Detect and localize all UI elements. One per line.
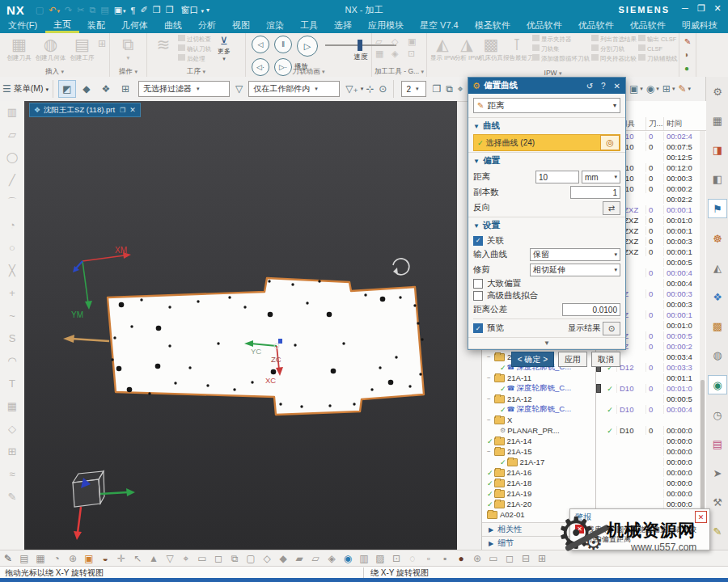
undo-icon[interactable]: ↶▾ — [49, 5, 60, 15]
brush-icon[interactable]: ✎ — [678, 83, 686, 95]
dark-bowl-icon[interactable]: ● — [453, 553, 469, 564]
menu-tab-12[interactable]: 模圣软件 — [467, 19, 518, 33]
play-backward-button[interactable]: ◁ — [252, 36, 269, 53]
find-object-icon[interactable]: ▣ — [629, 83, 638, 95]
dialog-help-icon[interactable]: ? — [601, 82, 606, 91]
analyze-ipw-button[interactable]: ◮分析 IPW — [455, 35, 479, 62]
navigator-row-27[interactable]: −X — [482, 415, 706, 425]
navigator-row-32[interactable]: ✓21A-1600:00:0 — [482, 467, 706, 478]
pause-button[interactable]: ‖ — [274, 36, 292, 53]
selection-filter-dropdown[interactable]: 无选择过滤器▾ — [138, 81, 230, 97]
minus-box-icon[interactable]: ⊟ — [518, 553, 534, 564]
asterisk-icon[interactable]: ⊛ — [469, 553, 485, 564]
target-icon[interactable]: ⌖ — [178, 553, 194, 564]
web-browser-icon[interactable]: ◉ — [708, 375, 727, 394]
orange-doc-icon[interactable]: ▣ — [81, 553, 97, 564]
ipw-col2-item1[interactable]: 列出首选结果 — [591, 35, 637, 44]
trim-dropdown[interactable]: 相切延伸▾ — [530, 264, 620, 276]
postprocess-item[interactable]: 后处理 — [178, 54, 211, 64]
navigator-row-30[interactable]: −21A-1500:00:0 — [482, 446, 706, 457]
ok-button[interactable]: < 确定 > — [511, 352, 554, 367]
menu-tab-16[interactable]: 明威科技 — [674, 19, 726, 33]
plus-box-icon[interactable]: ⊞ — [534, 553, 550, 564]
arc-2-icon[interactable]: ◠ — [7, 350, 16, 373]
generate-toolpath-button[interactable]: ≋ — [150, 35, 176, 54]
part-navigator-icon[interactable]: ◧ — [709, 170, 726, 188]
ipw-col2-item3[interactable]: 同夹持器比较 — [591, 54, 637, 64]
save-icon[interactable]: ▢ — [36, 5, 44, 15]
menu-tab-13[interactable]: 优品软件 — [518, 19, 570, 33]
menu-tab-6[interactable]: 视图 — [224, 19, 258, 33]
offset-type-dropdown[interactable]: ✎ 距离 ▾ — [473, 98, 620, 113]
menu-tab-3[interactable]: 几何体 — [113, 19, 156, 33]
dialog-title-bar[interactable]: ⚙ 偏置曲线 ↺ ? ✕ — [468, 78, 625, 94]
maximize-button[interactable]: ❐ — [694, 3, 709, 14]
process-assistant-icon[interactable]: ❖ — [709, 288, 726, 306]
hatch-icon[interactable]: ▨ — [372, 553, 388, 564]
preview-checkbox[interactable]: ✓ — [473, 323, 483, 333]
navigator-row-29[interactable]: ✓21A-1400:00:0 — [482, 436, 706, 446]
machine-simulation-button[interactable]: ▩机床仿真 — [479, 35, 503, 62]
menu-button[interactable]: 菜单(M) ▾ — [14, 83, 49, 95]
dialog-collapse-chevron[interactable]: ▼ — [468, 337, 625, 348]
graphics-viewport[interactable]: ❖ 沈阳王工SZ (118).prt ❐ ✕ XM YM — [24, 101, 457, 550]
wave-icon[interactable]: ≈ — [9, 463, 15, 486]
menu-tab-8[interactable]: 工具 — [292, 19, 326, 33]
sphere-icon[interactable]: ◯ — [6, 146, 19, 169]
menu-tab-15[interactable]: 优品软件 — [622, 19, 674, 33]
redo-icon[interactable]: ↷ — [65, 5, 72, 15]
history-icon[interactable]: ◷ — [709, 406, 726, 424]
dialog-close-icon[interactable]: ✕ — [614, 82, 620, 91]
screenshot-icon[interactable]: ▣▾ — [114, 5, 126, 15]
menu-tab-5[interactable]: 分析 — [190, 19, 224, 33]
polygon-icon[interactable]: ◇ — [8, 418, 16, 441]
selection-scope-dropdown[interactable]: 仅在工作部件内▾ — [248, 81, 340, 97]
hamburger-menu-icon[interactable]: ☰ — [2, 83, 11, 95]
touch-icon[interactable]: ✐ — [141, 5, 148, 15]
move-icon[interactable]: ✛ — [113, 553, 129, 564]
bar-icon[interactable]: ▰ — [291, 553, 307, 564]
create-program-icon[interactable]: ⊞ — [98, 38, 106, 49]
window-tile-icon[interactable]: ❐ — [432, 83, 441, 95]
cross-icon[interactable]: ╳ — [9, 259, 15, 282]
qat-overflow-icon[interactable]: ▾ — [206, 6, 210, 14]
pencil-tool-icon[interactable]: ✎ — [684, 36, 691, 47]
menu-tab-1[interactable]: 主页 — [45, 19, 79, 33]
select-component-button[interactable]: ◆ — [78, 80, 95, 98]
small-box-icon[interactable]: ▫ — [421, 553, 437, 564]
rows-icon[interactable]: ▥ — [356, 553, 372, 564]
view-count-dropdown[interactable]: 2▾ — [401, 81, 426, 97]
view-cube[interactable] — [73, 471, 135, 540]
machining-feature-icon[interactable]: ☸ — [709, 230, 726, 247]
menu-tab-7[interactable]: 渲染 — [258, 19, 292, 33]
mt-icon-5[interactable]: ◈ — [392, 48, 406, 59]
snap-center-icon[interactable]: ⊙ — [379, 83, 387, 95]
pattern-icon[interactable]: ▦ — [7, 395, 17, 418]
template-icon[interactable]: ▩ — [709, 317, 726, 335]
filter-icon[interactable]: ▽ — [235, 83, 243, 95]
clock-icon[interactable]: ◔ — [49, 553, 65, 564]
copy-view-icon[interactable]: ⧉ — [226, 553, 243, 564]
navigator-row-25[interactable]: −21A-1200:00:5 — [482, 394, 706, 404]
roles-icon[interactable]: ◍ — [709, 346, 726, 364]
square-icon[interactable]: ◻ — [210, 553, 226, 564]
navigator-row-33[interactable]: ✓21A-1800:00:0 — [482, 478, 706, 488]
navigator-row-26[interactable]: ✓☎深度轮廓铣_C...✓D10000:00:4 — [482, 404, 706, 415]
show-ipw-button[interactable]: ◭显示 IPW — [430, 35, 455, 62]
advanced-fit-checkbox[interactable] — [473, 291, 483, 301]
play-button[interactable]: ▷ — [297, 36, 318, 57]
navigator-row-24[interactable]: ✓☎深度轮廓铣_C...✓D10000:01:0 — [482, 383, 706, 394]
dialog-reset-icon[interactable]: ↺ — [586, 82, 593, 91]
select-cursor-button[interactable]: ◩ — [58, 80, 76, 98]
line-icon[interactable]: ╱ — [9, 169, 15, 192]
apply-button[interactable]: 应用 — [558, 352, 587, 367]
box-icon[interactable]: ▢ — [243, 553, 259, 564]
view-section-icon[interactable]: ▥ — [7, 101, 17, 124]
menu-tab-0[interactable]: 文件(F) — [0, 19, 45, 33]
report-shortest-tool-button[interactable]: ⊺报告最短刀具 — [503, 35, 531, 62]
menu-tab-2[interactable]: 装配 — [79, 19, 113, 33]
minimize-button[interactable]: ─ — [678, 3, 692, 13]
point-icon[interactable]: ○ — [9, 237, 15, 259]
menu-tab-10[interactable]: 应用模块 — [360, 19, 412, 33]
operation-navigator-icon[interactable]: ⚑ — [708, 199, 727, 218]
